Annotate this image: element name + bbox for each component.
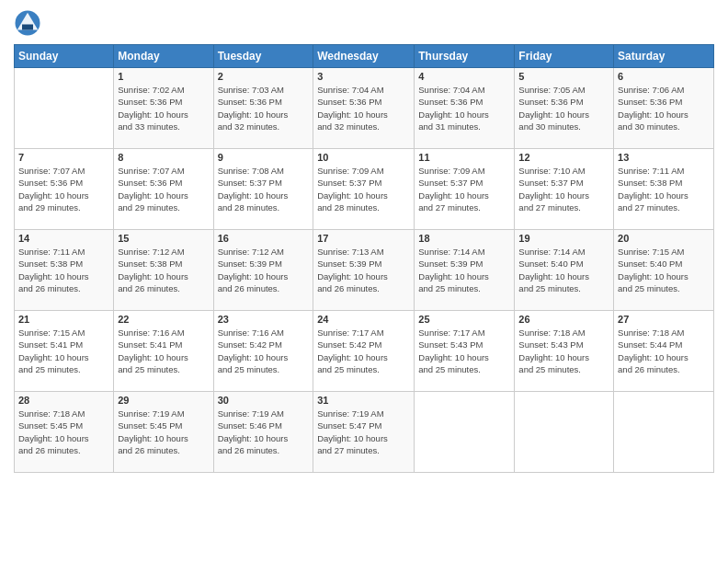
day-number: 26 <box>518 314 609 325</box>
day-info: Sunrise: 7:10 AM Sunset: 5:37 PM Dayligh… <box>518 165 609 213</box>
day-number: 8 <box>118 152 209 163</box>
day-number: 6 <box>618 71 710 82</box>
day-info: Sunrise: 7:12 AM Sunset: 5:39 PM Dayligh… <box>218 246 310 294</box>
day-info: Sunrise: 7:11 AM Sunset: 5:38 PM Dayligh… <box>18 246 109 294</box>
day-number: 7 <box>18 152 109 163</box>
day-info: Sunrise: 7:07 AM Sunset: 5:36 PM Dayligh… <box>118 165 209 213</box>
calendar-cell: 1Sunrise: 7:02 AM Sunset: 5:36 PM Daylig… <box>114 68 213 149</box>
week-row-1: 1Sunrise: 7:02 AM Sunset: 5:36 PM Daylig… <box>15 68 714 149</box>
header-day-saturday: Saturday <box>614 45 714 68</box>
calendar-cell: 21Sunrise: 7:15 AM Sunset: 5:41 PM Dayli… <box>15 311 114 392</box>
svg-rect-2 <box>22 25 33 30</box>
day-number: 30 <box>218 395 310 406</box>
day-info: Sunrise: 7:08 AM Sunset: 5:37 PM Dayligh… <box>218 165 310 213</box>
day-number: 2 <box>218 71 310 82</box>
calendar-cell: 15Sunrise: 7:12 AM Sunset: 5:38 PM Dayli… <box>114 230 213 311</box>
day-info: Sunrise: 7:05 AM Sunset: 5:36 PM Dayligh… <box>518 84 609 132</box>
week-row-5: 28Sunrise: 7:18 AM Sunset: 5:45 PM Dayli… <box>15 392 714 473</box>
day-info: Sunrise: 7:18 AM Sunset: 5:44 PM Dayligh… <box>618 327 710 375</box>
calendar-cell: 29Sunrise: 7:19 AM Sunset: 5:45 PM Dayli… <box>114 392 213 473</box>
day-info: Sunrise: 7:15 AM Sunset: 5:40 PM Dayligh… <box>618 246 710 294</box>
calendar-cell <box>614 392 714 473</box>
calendar-table: SundayMondayTuesdayWednesdayThursdayFrid… <box>14 44 714 473</box>
day-info: Sunrise: 7:04 AM Sunset: 5:36 PM Dayligh… <box>317 84 410 132</box>
day-number: 5 <box>518 71 609 82</box>
week-row-2: 7Sunrise: 7:07 AM Sunset: 5:36 PM Daylig… <box>15 149 714 230</box>
day-info: Sunrise: 7:14 AM Sunset: 5:40 PM Dayligh… <box>518 246 609 294</box>
calendar-cell: 13Sunrise: 7:11 AM Sunset: 5:38 PM Dayli… <box>614 149 714 230</box>
calendar-cell: 17Sunrise: 7:13 AM Sunset: 5:39 PM Dayli… <box>313 230 415 311</box>
calendar-cell: 22Sunrise: 7:16 AM Sunset: 5:41 PM Dayli… <box>114 311 213 392</box>
calendar-cell: 24Sunrise: 7:17 AM Sunset: 5:42 PM Dayli… <box>313 311 415 392</box>
day-info: Sunrise: 7:03 AM Sunset: 5:36 PM Dayligh… <box>218 84 310 132</box>
calendar-cell: 5Sunrise: 7:05 AM Sunset: 5:36 PM Daylig… <box>515 68 614 149</box>
calendar-cell: 30Sunrise: 7:19 AM Sunset: 5:46 PM Dayli… <box>213 392 313 473</box>
day-number: 16 <box>218 233 310 244</box>
day-number: 15 <box>118 233 209 244</box>
logo-icon <box>14 9 41 37</box>
day-number: 20 <box>618 233 710 244</box>
calendar-cell: 19Sunrise: 7:14 AM Sunset: 5:40 PM Dayli… <box>515 230 614 311</box>
header-day-friday: Friday <box>515 45 614 68</box>
page: SundayMondayTuesdayWednesdayThursdayFrid… <box>0 0 728 563</box>
calendar-header: SundayMondayTuesdayWednesdayThursdayFrid… <box>15 45 714 68</box>
day-number: 13 <box>618 152 710 163</box>
day-info: Sunrise: 7:13 AM Sunset: 5:39 PM Dayligh… <box>317 246 410 294</box>
day-info: Sunrise: 7:02 AM Sunset: 5:36 PM Dayligh… <box>118 84 209 132</box>
day-number: 17 <box>317 233 410 244</box>
calendar-cell: 4Sunrise: 7:04 AM Sunset: 5:36 PM Daylig… <box>415 68 515 149</box>
calendar-cell: 27Sunrise: 7:18 AM Sunset: 5:44 PM Dayli… <box>614 311 714 392</box>
calendar-cell: 25Sunrise: 7:17 AM Sunset: 5:43 PM Dayli… <box>415 311 515 392</box>
day-number: 28 <box>18 395 109 406</box>
day-number: 23 <box>218 314 310 325</box>
calendar-cell: 11Sunrise: 7:09 AM Sunset: 5:37 PM Dayli… <box>415 149 515 230</box>
calendar-cell: 7Sunrise: 7:07 AM Sunset: 5:36 PM Daylig… <box>15 149 114 230</box>
header-day-thursday: Thursday <box>415 45 515 68</box>
calendar-cell: 10Sunrise: 7:09 AM Sunset: 5:37 PM Dayli… <box>313 149 415 230</box>
day-number: 11 <box>418 152 510 163</box>
header-day-wednesday: Wednesday <box>313 45 415 68</box>
calendar-cell: 16Sunrise: 7:12 AM Sunset: 5:39 PM Dayli… <box>213 230 313 311</box>
day-number: 25 <box>418 314 510 325</box>
calendar-cell: 8Sunrise: 7:07 AM Sunset: 5:36 PM Daylig… <box>114 149 213 230</box>
week-row-4: 21Sunrise: 7:15 AM Sunset: 5:41 PM Dayli… <box>15 311 714 392</box>
day-info: Sunrise: 7:16 AM Sunset: 5:41 PM Dayligh… <box>118 327 209 375</box>
day-info: Sunrise: 7:19 AM Sunset: 5:47 PM Dayligh… <box>317 408 410 456</box>
day-info: Sunrise: 7:11 AM Sunset: 5:38 PM Dayligh… <box>618 165 710 213</box>
header-day-tuesday: Tuesday <box>213 45 313 68</box>
day-info: Sunrise: 7:07 AM Sunset: 5:36 PM Dayligh… <box>18 165 109 213</box>
day-info: Sunrise: 7:09 AM Sunset: 5:37 PM Dayligh… <box>418 165 510 213</box>
day-number: 3 <box>317 71 410 82</box>
day-info: Sunrise: 7:14 AM Sunset: 5:39 PM Dayligh… <box>418 246 510 294</box>
header-day-monday: Monday <box>114 45 213 68</box>
day-number: 31 <box>317 395 410 406</box>
day-number: 29 <box>118 395 209 406</box>
week-row-3: 14Sunrise: 7:11 AM Sunset: 5:38 PM Dayli… <box>15 230 714 311</box>
calendar-cell: 28Sunrise: 7:18 AM Sunset: 5:45 PM Dayli… <box>15 392 114 473</box>
day-number: 18 <box>418 233 510 244</box>
day-info: Sunrise: 7:17 AM Sunset: 5:42 PM Dayligh… <box>317 327 410 375</box>
day-number: 19 <box>518 233 609 244</box>
calendar-cell: 31Sunrise: 7:19 AM Sunset: 5:47 PM Dayli… <box>313 392 415 473</box>
calendar-body: 1Sunrise: 7:02 AM Sunset: 5:36 PM Daylig… <box>15 68 714 473</box>
day-number: 12 <box>518 152 609 163</box>
day-number: 14 <box>18 233 109 244</box>
calendar-cell: 26Sunrise: 7:18 AM Sunset: 5:43 PM Dayli… <box>515 311 614 392</box>
day-number: 21 <box>18 314 109 325</box>
calendar-cell: 20Sunrise: 7:15 AM Sunset: 5:40 PM Dayli… <box>614 230 714 311</box>
day-info: Sunrise: 7:09 AM Sunset: 5:37 PM Dayligh… <box>317 165 410 213</box>
day-info: Sunrise: 7:06 AM Sunset: 5:36 PM Dayligh… <box>618 84 710 132</box>
calendar-cell: 12Sunrise: 7:10 AM Sunset: 5:37 PM Dayli… <box>515 149 614 230</box>
day-info: Sunrise: 7:04 AM Sunset: 5:36 PM Dayligh… <box>418 84 510 132</box>
day-number: 22 <box>118 314 209 325</box>
day-info: Sunrise: 7:18 AM Sunset: 5:45 PM Dayligh… <box>18 408 109 456</box>
day-info: Sunrise: 7:16 AM Sunset: 5:42 PM Dayligh… <box>218 327 310 375</box>
day-info: Sunrise: 7:19 AM Sunset: 5:45 PM Dayligh… <box>118 408 209 456</box>
calendar-cell: 3Sunrise: 7:04 AM Sunset: 5:36 PM Daylig… <box>313 68 415 149</box>
calendar-cell: 14Sunrise: 7:11 AM Sunset: 5:38 PM Dayli… <box>15 230 114 311</box>
calendar-cell <box>15 68 114 149</box>
calendar-cell <box>515 392 614 473</box>
calendar-cell <box>415 392 515 473</box>
calendar-cell: 9Sunrise: 7:08 AM Sunset: 5:37 PM Daylig… <box>213 149 313 230</box>
logo <box>14 9 45 37</box>
